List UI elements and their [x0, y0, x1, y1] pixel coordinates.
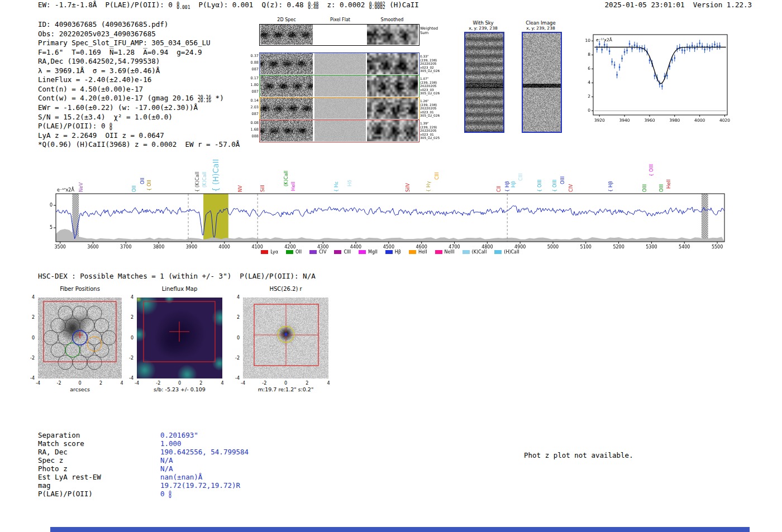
spec2d-col-title-smoothed: Smoothed	[370, 17, 414, 22]
info-line: RA,Dec (190.642502,54.799538)	[38, 57, 160, 65]
pixel-flat-image	[314, 98, 366, 119]
y-tick-label: -4	[122, 376, 133, 381]
x-tick-label: -2	[259, 381, 270, 386]
x-tick-label: 0	[174, 381, 185, 386]
smoothed-image	[367, 53, 418, 74]
cutout-title: Lineflux Map	[138, 286, 222, 292]
text-segment: z: 0.0002	[318, 1, 369, 9]
x-tick-label: 2	[302, 381, 313, 386]
hsc-dex-line: HSC-DEX : Possible Matches = 1 (within +…	[38, 272, 316, 280]
spectral-line-label: OIII	[642, 184, 647, 192]
spectral-line-label: Hβ	[511, 181, 516, 188]
stacked-value: 20.1620.16	[198, 96, 211, 103]
spec2d-annotation: 1.39"	[420, 122, 429, 125]
legend-item: CIII	[334, 250, 351, 255]
info-line: P(LAE)/P(OII): 0 00	[38, 122, 112, 131]
match-row-value: N/A	[160, 456, 173, 464]
legend-label: (H)CaII	[504, 250, 519, 255]
spectral-line-label: { Hβ	[608, 181, 613, 192]
match-row-label: mag	[38, 481, 51, 490]
withsky-coords: x, y: 239, 238	[461, 26, 506, 31]
cutout-caption: arcsecs	[32, 386, 127, 392]
spec2d-scale-label: 0.08	[246, 121, 259, 125]
spec2d-scale-label: 1.68	[246, 127, 259, 132]
match-row-label: Spec z	[38, 456, 63, 464]
info-line: Primary Spec_Slot_IFU_AMP: 305_034_056_L…	[38, 39, 211, 47]
spectral-line-label: { Hε	[333, 181, 339, 192]
spec2d-image	[260, 120, 313, 141]
text-segment: EW: -1.7±-1.8Å P(LAE)/P(OII): 0	[38, 1, 177, 9]
y-tick-label: 4	[122, 295, 133, 300]
spectral-line-label: HeII	[666, 179, 671, 189]
legend-label: Hβ	[395, 250, 401, 255]
cutout-caption: s/b: -5.23 +/- 0.109	[132, 386, 227, 392]
spectral-line-label: OII	[131, 185, 137, 192]
cutout-title: Fiber Positions	[38, 286, 122, 292]
smoothed-image	[367, 120, 418, 141]
info-line: Cont(w) = 4.20(±0.01)e-17 (gmag 20.16 20…	[38, 94, 224, 103]
y-tick-label: 2	[122, 315, 133, 320]
spec2d-col-title-2dspec: 2D Spec	[264, 17, 309, 22]
y-tick-label: 0	[228, 336, 240, 341]
spec2d-annotation: 0.33"	[420, 55, 429, 58]
x-tick-label: -2	[152, 381, 164, 386]
text-segment: Obs: 20220205v023_4090367685	[38, 30, 156, 38]
spectral-line-label: { (H)CaII	[211, 159, 220, 192]
y-tick-label: 2	[228, 315, 240, 320]
spec2d-annotation: Sum	[420, 31, 428, 35]
legend-color-swatch	[409, 250, 416, 254]
y-tick-label: 0	[23, 336, 35, 341]
legend-color-swatch	[359, 250, 366, 254]
spec2d-annotation: v023_02	[420, 66, 434, 69]
legend-label: (K)CaII	[472, 250, 487, 255]
y-tick-label: -4	[23, 376, 35, 381]
text-segment: LyA z = 2.2649 OII z = 0.0647	[38, 131, 164, 140]
spec2d-annotation: (239, 238)	[420, 59, 437, 62]
spectral-line-label: { Hβ	[504, 181, 510, 192]
text-segment: EWr = -1.60(±0.22) (w: -17.00(±2.30))Å	[38, 103, 198, 112]
spectral-line-label: CIII	[434, 172, 440, 180]
fiber-positions-plot	[38, 298, 122, 378]
spec2d-annotation: v023_01	[420, 111, 434, 114]
smoothed-image	[367, 75, 418, 97]
match-row-value: 0 00	[160, 490, 171, 499]
bottom-bar	[50, 527, 750, 532]
spectral-line-label: OIII	[659, 184, 664, 192]
spec2d-scale-label: 0.88	[246, 60, 259, 65]
x-tick-label: -2	[54, 381, 65, 386]
spectral-line-label: (K)CaII	[202, 172, 207, 188]
spec2d-scale-label: 0.14	[246, 98, 259, 103]
spec2d-image	[260, 53, 313, 74]
spectral-line-label: OII	[140, 178, 145, 184]
spec2d-annotation: 20220205	[420, 84, 437, 88]
x-tick-label: 4	[323, 381, 334, 386]
y-tick-label: -2	[23, 356, 35, 361]
withsky-title: With Sky	[461, 20, 506, 26]
match-row-value: N/A	[160, 464, 173, 473]
legend-label: CIV	[319, 250, 326, 255]
x-tick-label: 2	[196, 381, 207, 386]
legend-color-swatch	[309, 250, 317, 254]
info-line: EWr = -1.60(±0.22) (w: -17.00(±2.30))Å	[38, 103, 198, 112]
legend-item: OII	[286, 250, 302, 255]
spectral-line-label: NV	[237, 185, 243, 192]
y-tick-label: -4	[228, 376, 240, 381]
legend-item: Lyα	[261, 250, 278, 255]
spec2d-annotation: 20220205	[420, 129, 437, 132]
info-line: Obs: 20220205v023_4090367685	[38, 30, 156, 38]
spec2d-annotation: 305_LU_026	[420, 69, 440, 73]
header-datetime-version: 2025-01-05 23:01:01 Version 1.22.3	[559, 1, 752, 9]
spectral-line-label: { OIII	[537, 180, 542, 192]
spectral-line-label: { OIII	[552, 180, 557, 192]
spectral-line-label: SiII	[260, 185, 265, 192]
spec2d-annotation: v023_03	[420, 88, 434, 92]
x-tick-label: -4	[131, 381, 142, 386]
spectral-line-label: CIV	[568, 184, 574, 192]
spectrum-legend: LyαOIICIVCIIIMgIIHβHeIINeIII(K)CaII(H)Ca…	[56, 250, 724, 255]
info-line: LineFlux = -2.40(±2.40)e-16	[38, 75, 151, 84]
match-row-value: 0.201693"	[160, 431, 198, 439]
info-line: S/N = 15.2(±3.4) χ² = 1.0(±0.0)	[38, 113, 173, 121]
info-line: ID: 4090367685 (4090367685.pdf)	[38, 20, 168, 28]
spectral-line-label: CII	[496, 186, 502, 192]
spectral-line-label: NeV	[78, 183, 84, 192]
